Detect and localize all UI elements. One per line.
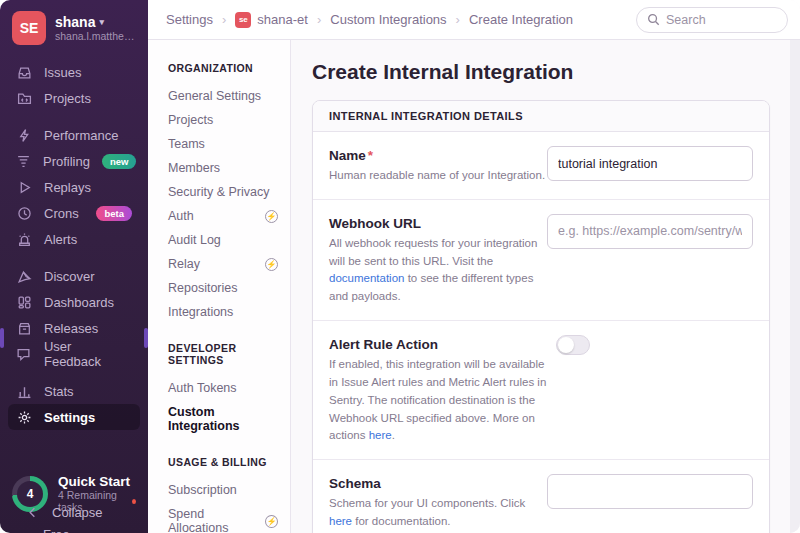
power-feature-icon: ⚡ [265, 515, 278, 528]
setnav-audit-log[interactable]: Audit Log [168, 228, 278, 252]
sidebar-item-issues[interactable]: Issues [8, 59, 140, 85]
documentation-link[interactable]: documentation [329, 272, 404, 284]
sidebar-item-stats[interactable]: Stats [8, 378, 140, 404]
sidebar-item-profiling[interactable]: Profiling new [8, 148, 140, 174]
section-title-organization: ORGANIZATION [168, 62, 278, 74]
field-row-name: Name* Human readable name of your Integr… [313, 132, 769, 199]
setnav-members[interactable]: Members [168, 156, 278, 180]
scrollbar[interactable] [790, 40, 800, 533]
sidebar-item-crons[interactable]: Crons beta [8, 200, 140, 226]
inbox-icon [16, 64, 32, 80]
actions-here-link[interactable]: here [369, 429, 392, 441]
play-icon [16, 179, 32, 195]
toggle-knob [558, 337, 574, 353]
field-row-schema: Schema Schema for your UI components. Cl… [313, 459, 769, 533]
compass-icon [16, 268, 32, 284]
setnav-auth[interactable]: Auth ⚡ [168, 204, 278, 228]
speech-bubble-icon [16, 346, 32, 362]
sidebar-item-dashboards[interactable]: Dashboards [8, 289, 140, 315]
schema-label: Schema [329, 476, 547, 491]
sidebar-item-free-trial[interactable]: Free Trial new [8, 529, 140, 533]
active-nav-indicator-left [0, 328, 4, 348]
archive-box-icon [16, 320, 32, 336]
name-help: Human readable name of your Integration. [329, 167, 547, 185]
webhook-url-input[interactable] [547, 214, 753, 249]
gear-icon [16, 409, 32, 425]
app-window: SE shana ▾ shana.l.matthews@… Issues Pro… [0, 0, 800, 533]
setnav-general-settings[interactable]: General Settings [168, 84, 278, 108]
search-box[interactable] [636, 7, 788, 33]
sidebar-item-projects[interactable]: Projects [8, 85, 140, 111]
chevron-separator: › [456, 12, 460, 27]
topbar: Settings › se shana-et › Custom Integrat… [148, 0, 800, 40]
folder-code-icon [16, 90, 32, 106]
page-title: Create Internal Integration [312, 60, 770, 84]
section-title-developer-settings: DEVELOPER SETTINGS [168, 342, 278, 366]
breadcrumb-settings[interactable]: Settings [166, 12, 213, 27]
search-icon [647, 13, 660, 26]
alert-rule-action-toggle[interactable] [556, 335, 590, 355]
collapse-button[interactable]: Collapse [16, 499, 132, 525]
sidebar-item-replays[interactable]: Replays [8, 174, 140, 200]
chevron-separator: › [317, 12, 321, 27]
user-email: shana.l.matthews@… [55, 30, 136, 42]
funnel-icon [16, 153, 31, 169]
siren-icon [16, 231, 32, 247]
breadcrumb-org[interactable]: se shana-et [235, 12, 308, 28]
search-input[interactable] [666, 13, 777, 27]
new-badge: new [102, 154, 136, 169]
settings-nav: ORGANIZATION General Settings Projects T… [148, 40, 291, 533]
clock-icon [16, 205, 32, 221]
org-avatar: se [235, 12, 251, 28]
panel-header: INTERNAL INTEGRATION DETAILS [313, 101, 769, 132]
breadcrumb-custom-integrations[interactable]: Custom Integrations [330, 12, 446, 27]
schema-here-link[interactable]: here [329, 515, 352, 527]
webhook-url-label: Webhook URL [329, 216, 547, 231]
chevron-left-icon [24, 504, 40, 520]
breadcrumb-create-integration[interactable]: Create Integration [469, 12, 573, 27]
schema-help: Schema for your UI components. Click her… [329, 495, 547, 531]
required-asterisk: * [368, 148, 373, 163]
avatar: SE [12, 11, 46, 45]
schema-input[interactable] [547, 474, 753, 509]
name-input[interactable] [547, 146, 753, 181]
setnav-integrations[interactable]: Integrations [168, 300, 278, 324]
setnav-subscription[interactable]: Subscription [168, 478, 278, 502]
chevron-separator: › [222, 12, 226, 27]
sidebar-nav: Issues Projects Performance Profiling ne… [0, 53, 148, 430]
power-feature-icon: ⚡ [265, 210, 278, 223]
setnav-teams[interactable]: Teams [168, 132, 278, 156]
setnav-security-privacy[interactable]: Security & Privacy [168, 180, 278, 204]
lightning-icon [16, 127, 32, 143]
setnav-auth-tokens[interactable]: Auth Tokens [168, 376, 278, 400]
sidebar-item-performance[interactable]: Performance [8, 122, 140, 148]
setnav-spend-allocations[interactable]: Spend Allocations ⚡ [168, 502, 278, 533]
setnav-projects[interactable]: Projects [168, 108, 278, 132]
breadcrumb: Settings › se shana-et › Custom Integrat… [166, 12, 573, 28]
sidebar-item-settings[interactable]: Settings [8, 404, 140, 430]
power-feature-icon: ⚡ [265, 258, 278, 271]
setnav-relay[interactable]: Relay ⚡ [168, 252, 278, 276]
field-row-webhook-url: Webhook URL All webhook requests for you… [313, 199, 769, 320]
setnav-custom-integrations[interactable]: Custom Integrations [168, 400, 278, 438]
alert-rule-action-help: If enabled, this integration will be ava… [329, 356, 554, 445]
bar-chart-icon [16, 383, 32, 399]
quick-start-title: Quick Start [58, 474, 136, 489]
section-title-usage-billing: USAGE & BILLING [168, 456, 278, 468]
webhook-url-help: All webhook requests for your integratio… [329, 235, 547, 306]
sidebar-item-releases[interactable]: Releases [8, 315, 140, 341]
integration-details-panel: INTERNAL INTEGRATION DETAILS Name* Human… [312, 100, 770, 533]
chevron-down-icon: ▾ [99, 17, 104, 27]
sidebar-item-discover[interactable]: Discover [8, 263, 140, 289]
main-content: Create Internal Integration INTERNAL INT… [291, 40, 800, 533]
user-name: shana [55, 14, 95, 30]
sidebar-item-alerts[interactable]: Alerts [8, 226, 140, 252]
field-row-alert-rule-action: Alert Rule Action If enabled, this integ… [313, 320, 769, 459]
org-user-switcher[interactable]: SE shana ▾ shana.l.matthews@… [0, 0, 148, 53]
beta-badge: beta [96, 206, 132, 221]
sidebar: SE shana ▾ shana.l.matthews@… Issues Pro… [0, 0, 148, 533]
setnav-repositories[interactable]: Repositories [168, 276, 278, 300]
alert-rule-action-label: Alert Rule Action [329, 337, 554, 352]
grid-icon [16, 294, 32, 310]
sidebar-item-user-feedback[interactable]: User Feedback [8, 341, 140, 367]
